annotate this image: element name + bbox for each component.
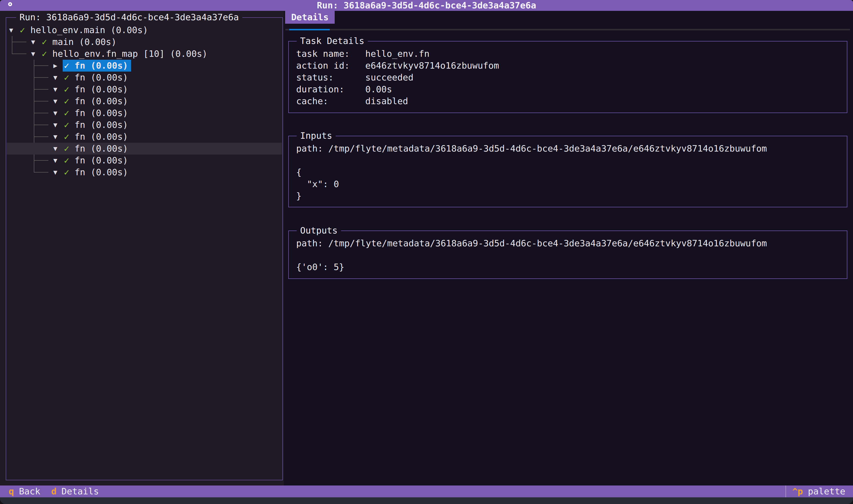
expanded-arrow-icon[interactable]: ▼ xyxy=(53,107,64,119)
success-check-icon: ✓ xyxy=(64,143,75,155)
task-detail-field: cache:disabled xyxy=(296,95,844,107)
success-check-icon: ✓ xyxy=(64,84,75,95)
inputs-json-line: { xyxy=(296,166,844,178)
tree-row-label: fn (0.00s) xyxy=(75,131,128,143)
tree-row-content: ✓fn (0.00s) xyxy=(64,131,128,143)
expanded-arrow-icon[interactable]: ▼ xyxy=(31,48,42,60)
expanded-arrow-icon[interactable]: ▼ xyxy=(31,36,42,48)
success-check-icon: ✓ xyxy=(64,155,75,166)
tree-row-content: ✓fn (0.00s) xyxy=(64,84,128,95)
success-check-icon: ✓ xyxy=(64,107,75,119)
footer-key-back[interactable]: q Back xyxy=(8,485,40,497)
success-check-icon: ✓ xyxy=(64,166,75,178)
outputs-content: path: /tmp/flyte/metadata/3618a6a9-3d5d-… xyxy=(289,232,846,278)
run-tree[interactable]: ▼✓hello_env.main (0.00s)▼✓main (0.00s)▼✓… xyxy=(7,18,282,479)
tree-row-content: ✓fn (0.00s) xyxy=(64,107,128,119)
success-check-icon: ✓ xyxy=(64,131,75,143)
field-label: duration: xyxy=(296,84,365,95)
key-q: q xyxy=(8,485,14,497)
expanded-arrow-icon[interactable]: ▼ xyxy=(53,84,64,95)
tab-underline-track xyxy=(285,29,850,30)
title-bar: Run: 3618a6a9-3d5d-4d6c-bce4-3de3a4a37e6… xyxy=(0,0,853,11)
field-value: disabled xyxy=(365,95,408,107)
tree-row[interactable]: ▼✓fn (0.00s) xyxy=(7,84,282,95)
field-value: e646ztvkyv8714o16zbuwufom xyxy=(365,60,499,72)
tree-row[interactable]: ▼✓fn (0.00s) xyxy=(7,119,282,131)
tree-row[interactable]: ▼✓main (0.00s) xyxy=(7,36,282,48)
inputs-path: path: /tmp/flyte/metadata/3618a6a9-3d5d-… xyxy=(296,143,844,155)
window-bottom-strip xyxy=(0,497,853,504)
task-detail-field: duration:0.00s xyxy=(296,84,844,95)
success-check-icon: ✓ xyxy=(42,48,52,60)
tree-row-content: ✓fn (0.00s) xyxy=(64,166,128,178)
tree-row[interactable]: ▼✓fn (0.00s) xyxy=(7,72,282,84)
expanded-arrow-icon[interactable]: ▼ xyxy=(53,131,64,143)
key-q-label: Back xyxy=(19,485,40,497)
app-window: Run: 3618a6a9-3d5d-4d6c-bce4-3de3a4a37e6… xyxy=(0,0,853,504)
tree-row[interactable]: ▼✓hello_env.main (0.00s) xyxy=(7,24,282,36)
field-value: succeeded xyxy=(365,72,413,84)
tree-row-label: fn (0.00s) xyxy=(75,155,128,166)
run-tree-box: Run: 3618a6a9-3d5d-4d6c-bce4-3de3a4a37e6… xyxy=(6,17,283,480)
tree-row[interactable]: ▼✓fn (0.00s) xyxy=(7,166,282,178)
expanded-arrow-icon[interactable]: ▼ xyxy=(53,95,64,107)
success-check-icon: ✓ xyxy=(64,72,75,84)
tree-row[interactable]: ▼✓hello_env.fn_map [10] (0.00s) xyxy=(7,48,282,60)
expanded-arrow-icon[interactable]: ▼ xyxy=(9,24,20,36)
footer-left-keys: q Back d Details xyxy=(0,485,110,497)
expanded-arrow-icon[interactable]: ▼ xyxy=(53,119,64,131)
tree-row-content: ✓main (0.00s) xyxy=(42,36,116,48)
outputs-value: {'o0': 5} xyxy=(296,261,844,273)
tree-row-content: ✓fn (0.00s) xyxy=(64,95,128,107)
task-detail-field: action id:e646ztvkyv8714o16zbuwufom xyxy=(296,60,844,72)
tree-row-content: ✓hello_env.main (0.00s) xyxy=(20,24,148,36)
title-bar-text: Run: 3618a6a9-3d5d-4d6c-bce4-3de3a4a37e6… xyxy=(317,0,536,11)
tree-row[interactable]: ▼✓fn (0.00s) xyxy=(7,95,282,107)
inputs-json-line: } xyxy=(296,190,844,202)
tree-row[interactable]: ▶✓fn (0.00s) xyxy=(7,60,282,72)
field-label: status: xyxy=(296,72,365,84)
tree-row[interactable]: ▼✓fn (0.00s) xyxy=(7,143,282,155)
field-label: action id: xyxy=(296,60,365,72)
expanded-arrow-icon[interactable]: ▼ xyxy=(53,143,64,155)
tree-row-content: ✓fn (0.00s) xyxy=(64,155,128,166)
tree-row-content: ✓fn (0.00s) xyxy=(64,72,128,84)
expanded-arrow-icon[interactable]: ▼ xyxy=(53,155,64,166)
key-ctrl-p: ^p xyxy=(792,485,803,497)
tree-row[interactable]: ▼✓fn (0.00s) xyxy=(7,107,282,119)
expanded-arrow-icon[interactable]: ▼ xyxy=(53,166,64,178)
footer-key-bar: q Back d Details ^p palette xyxy=(0,485,853,497)
tree-row[interactable]: ▼✓fn (0.00s) xyxy=(7,155,282,166)
tree-row-content: ✓fn (0.00s) xyxy=(64,119,128,131)
app-logo-circle-icon xyxy=(8,2,12,6)
footer-key-palette[interactable]: ^p palette xyxy=(792,485,845,497)
expanded-arrow-icon[interactable]: ▼ xyxy=(53,72,64,84)
tree-row-label: fn (0.00s) xyxy=(75,119,128,131)
tree-row-label: fn (0.00s) xyxy=(75,166,128,178)
field-label: task name: xyxy=(296,48,365,60)
tree-row-label: fn (0.00s) xyxy=(75,107,128,119)
field-value: 0.00s xyxy=(365,84,392,95)
tab-details[interactable]: Details xyxy=(285,11,335,24)
tree-row-content: ✓fn (0.00s) xyxy=(64,143,128,155)
tree-row[interactable]: ▼✓fn (0.00s) xyxy=(7,131,282,143)
inputs-box: Inputs path: /tmp/flyte/metadata/3618a6a… xyxy=(288,136,847,207)
field-value: hello_env.fn xyxy=(365,48,430,60)
task-details-box: Task Details task name:hello_env.fnactio… xyxy=(288,41,847,113)
tree-row-label: main (0.00s) xyxy=(52,36,116,48)
inputs-json-line: "x": 0 xyxy=(296,178,844,190)
collapsed-arrow-icon[interactable]: ▶ xyxy=(53,60,64,72)
tree-row-content: ✓hello_env.fn_map [10] (0.00s) xyxy=(42,48,207,60)
tree-row-label: hello_env.fn_map [10] (0.00s) xyxy=(52,48,207,60)
success-check-icon: ✓ xyxy=(64,95,75,107)
task-detail-field: task name:hello_env.fn xyxy=(296,48,844,60)
task-detail-field: status:succeeded xyxy=(296,72,844,84)
outputs-path: path: /tmp/flyte/metadata/3618a6a9-3d5d-… xyxy=(296,237,844,249)
tree-row-label: fn (0.00s) xyxy=(75,72,128,84)
footer-key-details[interactable]: d Details xyxy=(51,485,99,497)
run-tree-pane: Run: 3618a6a9-3d5d-4d6c-bce4-3de3a4a37e6… xyxy=(0,11,284,485)
key-ctrl-p-label: palette xyxy=(808,485,845,497)
success-check-icon: ✓ xyxy=(64,119,75,131)
key-d: d xyxy=(51,485,56,497)
task-details-fields: task name:hello_env.fnaction id:e646ztvk… xyxy=(289,42,846,112)
